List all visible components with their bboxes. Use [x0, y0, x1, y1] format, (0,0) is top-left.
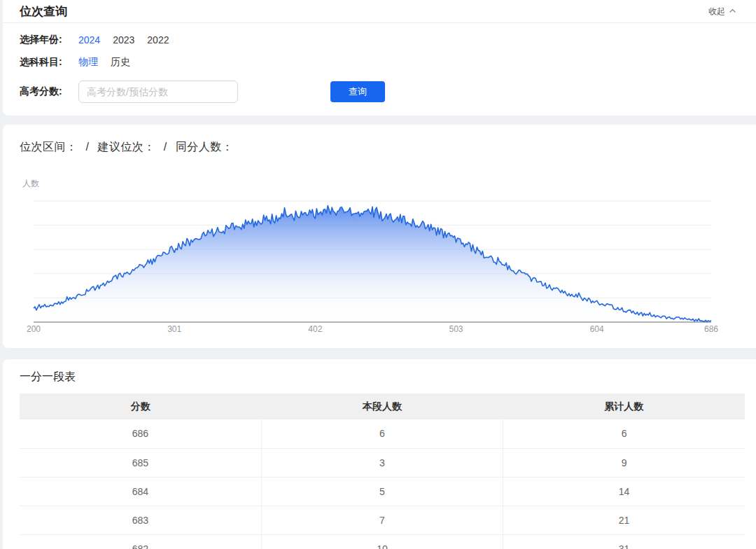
stats-line: 位次区间： / 建议位次： / 同分人数：	[20, 140, 745, 155]
year-row: 选择年份: 2024 2023 2022	[3, 33, 756, 47]
rank-result-panel: 位次区间： / 建议位次： / 同分人数： 人数 200301402503604…	[3, 125, 756, 348]
same-score-count-label: 同分人数：	[176, 141, 234, 153]
score-segment-panel: 一分一段表 分数 本段人数 累计人数 686666853968451468372…	[3, 359, 756, 549]
score-table-body: 68666685396845146837216821031	[20, 419, 745, 549]
table-row: 683721	[20, 506, 745, 534]
separator: /	[164, 141, 167, 153]
table-cell: 3	[261, 448, 503, 477]
table-cell: 7	[261, 506, 503, 534]
chevron-up-icon	[729, 6, 736, 16]
score-label: 高考分数:	[20, 85, 78, 98]
table-cell: 686	[20, 419, 261, 448]
collapse-label: 收起	[708, 6, 725, 18]
table-cell: 685	[20, 448, 261, 477]
svg-text:604: 604	[590, 324, 604, 334]
table-cell: 682	[20, 534, 261, 549]
table-cell: 5	[261, 477, 503, 506]
svg-text:503: 503	[449, 324, 463, 334]
table-row: 68666	[20, 419, 745, 448]
year-label: 选择年份:	[20, 34, 78, 46]
rank-range-label: 位次区间：	[20, 141, 78, 153]
table-title: 一分一段表	[20, 370, 745, 384]
table-cell: 683	[20, 506, 261, 534]
table-cell: 9	[503, 448, 745, 477]
score-input[interactable]	[78, 81, 238, 103]
year-options: 2024 2023 2022	[78, 34, 181, 46]
table-cell: 14	[503, 477, 745, 506]
year-option-2023[interactable]: 2023	[113, 34, 134, 46]
year-option-2024[interactable]: 2024	[78, 34, 100, 46]
svg-text:301: 301	[167, 324, 181, 334]
score-segment-table: 分数 本段人数 累计人数 686666853968451468372168210…	[20, 394, 745, 549]
column-header-cumulative-count: 累计人数	[503, 394, 745, 419]
svg-text:200: 200	[27, 324, 41, 334]
subject-row: 选科科目: 物理 历史	[3, 55, 756, 69]
table-cell: 6	[261, 419, 503, 448]
page-title: 位次查询	[20, 4, 67, 20]
subject-options: 物理 历史	[78, 56, 143, 69]
separator: /	[85, 141, 89, 153]
search-button[interactable]: 查询	[330, 81, 385, 102]
chart-y-axis-title: 人数	[22, 178, 745, 190]
table-cell: 684	[20, 477, 261, 506]
svg-text:402: 402	[308, 324, 322, 334]
table-row: 6821031	[20, 534, 745, 549]
table-row: 68539	[20, 448, 745, 477]
table-cell: 21	[503, 506, 745, 534]
score-row: 高考分数: 查询	[3, 81, 756, 103]
rank-distribution-chart: 200301402503604686	[20, 193, 736, 335]
panel-header: 位次查询 收起	[3, 0, 756, 23]
column-header-score: 分数	[20, 394, 261, 419]
rank-query-panel: 位次查询 收起 选择年份: 2024 2023 2022 选科科目: 物理 历史…	[3, 0, 756, 116]
table-cell: 10	[261, 534, 503, 549]
collapse-button[interactable]: 收起	[708, 6, 736, 18]
table-cell: 31	[503, 534, 745, 549]
column-header-segment-count: 本段人数	[261, 394, 503, 419]
year-option-2022[interactable]: 2022	[147, 34, 169, 46]
subject-option-history[interactable]: 历史	[111, 56, 130, 69]
table-row: 684514	[20, 477, 745, 506]
table-header-row: 分数 本段人数 累计人数	[20, 394, 745, 419]
table-cell: 6	[503, 419, 745, 448]
chart-area: 人数 200301402503604686	[20, 178, 745, 335]
subject-option-physics[interactable]: 物理	[78, 56, 98, 69]
svg-text:686: 686	[704, 324, 718, 334]
suggested-rank-label: 建议位次：	[97, 141, 155, 153]
subject-label: 选科科目:	[20, 56, 78, 69]
